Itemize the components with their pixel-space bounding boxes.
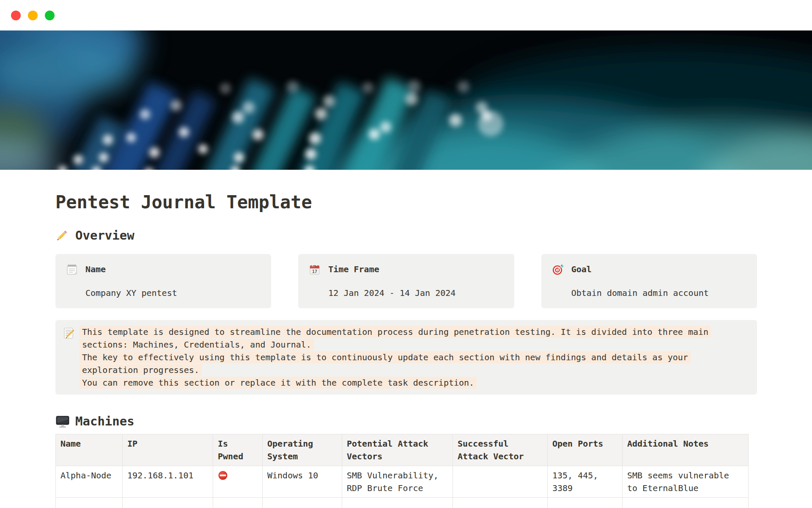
- callout-text: This template is designed to streamline …: [80, 326, 733, 389]
- memo-icon: [62, 327, 75, 340]
- page-content: Pentest Journal Template Overview: [55, 170, 757, 508]
- zoom-button[interactable]: [45, 11, 55, 20]
- card-name-label: Name: [85, 263, 177, 275]
- pencil-icon: [55, 229, 69, 242]
- column-header-open-ports[interactable]: Open Ports: [548, 434, 623, 466]
- table-row: Alpha-Node 192.168.1.101: [56, 466, 749, 498]
- machines-heading-label: Machines: [75, 414, 134, 428]
- cell-is-pwned[interactable]: [213, 498, 263, 508]
- cell-operating-system[interactable]: Windows 10: [263, 466, 342, 498]
- minimize-button[interactable]: [28, 11, 38, 20]
- card-name[interactable]: Name Company XY pentest: [55, 254, 271, 308]
- table-header-row: Name IP Is Pwned Operating System Potent…: [56, 434, 749, 466]
- column-header-ip[interactable]: IP: [123, 434, 213, 466]
- window-titlebar: [0, 0, 812, 30]
- cell-is-pwned[interactable]: [213, 466, 263, 498]
- card-goal-value[interactable]: Obtain domain admin account: [571, 287, 709, 299]
- card-goal-label: Goal: [571, 263, 709, 275]
- notion-window: Pentest Journal Template Overview: [0, 0, 812, 508]
- cell-name[interactable]: [56, 498, 123, 508]
- page-title[interactable]: Pentest Journal Template: [55, 192, 757, 213]
- description-callout[interactable]: This template is designed to streamline …: [55, 320, 757, 395]
- calendar-day-number: 17: [312, 269, 317, 274]
- callout-paragraph[interactable]: The key to effectively using this templa…: [80, 351, 733, 376]
- no-entry-icon: [218, 470, 228, 480]
- card-time-frame-value[interactable]: 12 Jan 2024 - 14 Jan 2024: [328, 287, 455, 299]
- cell-open-ports[interactable]: 135, 445, 3389: [548, 466, 623, 498]
- overview-heading[interactable]: Overview: [55, 228, 757, 243]
- column-header-is-pwned[interactable]: Is Pwned: [213, 434, 263, 466]
- card-time-frame-label: Time Frame: [328, 263, 455, 275]
- notepad-icon: [66, 263, 78, 276]
- cell-ip[interactable]: 192.168.1.101: [123, 466, 213, 498]
- column-header-additional-notes[interactable]: Additional Notes: [623, 434, 749, 466]
- cell-potential-attack-vectors[interactable]: [342, 498, 453, 508]
- callout-paragraph[interactable]: You can remove this section or replace i…: [80, 376, 733, 389]
- table-row: [56, 498, 749, 508]
- cell-open-ports[interactable]: [548, 498, 623, 508]
- column-header-potential-attack-vectors[interactable]: Potential Attack Vectors: [342, 434, 453, 466]
- traffic-lights: [11, 11, 55, 20]
- close-button[interactable]: [11, 11, 21, 20]
- callout-paragraph[interactable]: This template is designed to streamline …: [80, 326, 733, 351]
- overview-cards: Name Company XY pentest 17 Time Frame: [55, 254, 757, 308]
- desktop-computer-icon: [55, 414, 69, 428]
- cell-additional-notes[interactable]: SMB seems vulnerable to EternalBlue: [623, 466, 749, 498]
- cell-successful-attack-vector[interactable]: [453, 466, 548, 498]
- card-time-frame[interactable]: 17 Time Frame 12 Jan 2024 - 14 Jan 2024: [298, 254, 514, 308]
- cell-additional-notes[interactable]: [623, 498, 749, 508]
- column-header-operating-system[interactable]: Operating System: [263, 434, 342, 466]
- card-name-value[interactable]: Company XY pentest: [85, 287, 177, 299]
- cell-operating-system[interactable]: [263, 498, 342, 508]
- card-goal[interactable]: Goal Obtain domain admin account: [541, 254, 757, 308]
- cell-name[interactable]: Alpha-Node: [56, 466, 123, 498]
- column-header-name[interactable]: Name: [56, 434, 123, 466]
- cover-image: [0, 30, 812, 170]
- target-icon: [551, 263, 564, 276]
- calendar-icon: 17: [308, 263, 321, 276]
- column-header-successful-attack-vector[interactable]: Successful Attack Vector: [453, 434, 548, 466]
- cell-ip[interactable]: [123, 498, 213, 508]
- machines-table-wrap: Name IP Is Pwned Operating System Potent…: [55, 434, 757, 508]
- cell-successful-attack-vector[interactable]: [453, 498, 548, 508]
- cell-potential-attack-vectors[interactable]: SMB Vulnerability, RDP Brute Force: [342, 466, 453, 498]
- overview-heading-label: Overview: [75, 228, 134, 243]
- machines-table: Name IP Is Pwned Operating System Potent…: [55, 434, 749, 508]
- machines-heading[interactable]: Machines: [55, 414, 757, 428]
